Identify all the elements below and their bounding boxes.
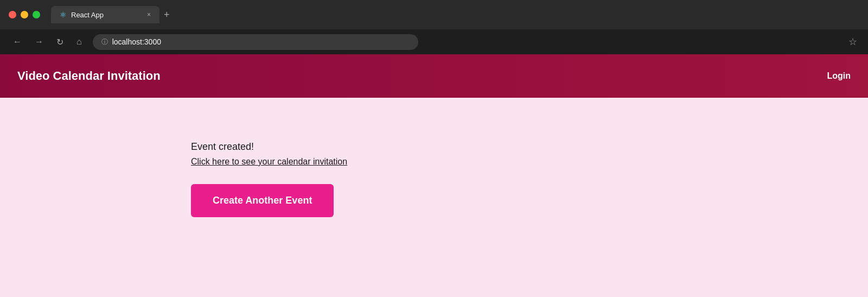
app-header: Video Calendar Invitation Login — [0, 54, 868, 98]
new-tab-button[interactable]: + — [164, 9, 170, 21]
address-bar[interactable]: ⓘ localhost:3000 — [93, 34, 418, 50]
maximize-window-button[interactable] — [33, 11, 40, 18]
close-window-button[interactable] — [9, 11, 16, 18]
browser-titlebar: ⚛ React App × + — [0, 0, 868, 29]
minimize-window-button[interactable] — [21, 11, 28, 18]
main-content: Event created! Click here to see your ca… — [0, 98, 868, 297]
tab-bar: ⚛ React App × + — [51, 6, 170, 23]
app-title: Video Calendar Invitation — [17, 69, 161, 83]
tab-title: React App — [71, 11, 104, 19]
url-display: localhost:3000 — [112, 37, 161, 46]
back-button[interactable]: ← — [11, 35, 24, 49]
home-button[interactable]: ⌂ — [74, 35, 84, 49]
forward-button[interactable]: → — [33, 35, 46, 49]
browser-addressbar: ← → ↻ ⌂ ⓘ localhost:3000 ☆ — [0, 29, 868, 54]
browser-chrome: ⚛ React App × + ← → ↻ ⌂ ⓘ localhost:3000… — [0, 0, 868, 54]
info-icon: ⓘ — [101, 37, 108, 47]
create-another-event-button[interactable]: Create Another Event — [191, 184, 334, 217]
react-icon: ⚛ — [60, 10, 67, 19]
browser-tab[interactable]: ⚛ React App × — [51, 6, 159, 23]
event-created-message: Event created! — [191, 141, 851, 153]
reload-button[interactable]: ↻ — [54, 35, 66, 49]
tab-close-button[interactable]: × — [147, 11, 151, 18]
calendar-invitation-link[interactable]: Click here to see your calendar invitati… — [191, 157, 851, 167]
traffic-lights — [9, 11, 40, 18]
login-button[interactable]: Login — [827, 71, 851, 81]
bookmark-button[interactable]: ☆ — [848, 36, 857, 48]
